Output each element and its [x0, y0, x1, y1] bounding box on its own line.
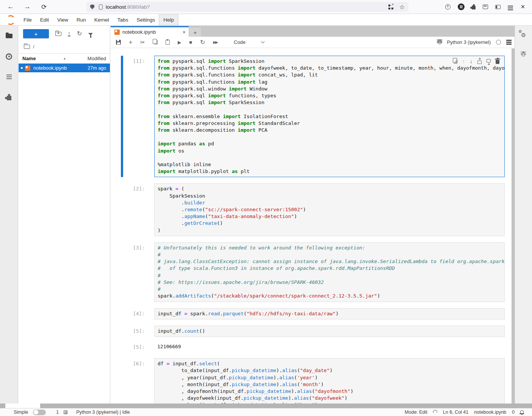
cell-type-dropdown[interactable]: Code	[234, 39, 264, 45]
back-icon[interactable]: ←	[6, 3, 15, 11]
url-bar[interactable]: localhost:8080/lab? ☆	[86, 2, 408, 12]
file-list-header[interactable]: Name ▲ Modified	[19, 53, 110, 64]
menu-edit[interactable]: Edit	[36, 15, 53, 25]
cell-collapser[interactable]	[121, 56, 123, 177]
kernel-status-icon[interactable]	[496, 40, 501, 45]
menu-view[interactable]: View	[53, 15, 72, 25]
duplicate-cell-icon[interactable]	[454, 59, 457, 64]
tracking-shield-icon[interactable]	[90, 5, 94, 9]
bookmark-star-icon[interactable]: ☆	[399, 5, 405, 9]
home-folder-icon[interactable]	[24, 45, 30, 49]
insert-cell-below-icon[interactable]	[487, 59, 491, 62]
cursor-position[interactable]: Ln 6, Col 41	[443, 410, 468, 415]
code-cell[interactable]: [3]:# Unfortunately this is needed to wo…	[121, 242, 505, 302]
move-cell-up-icon[interactable]: ↑	[462, 58, 465, 64]
cell-input-area[interactable]: df = input_df.select( to_date(input_df.p…	[154, 358, 505, 404]
debugger-icon[interactable]	[438, 40, 441, 44]
cell-prompt: [1]:	[133, 56, 154, 177]
cell-collapser[interactable]	[121, 183, 123, 236]
new-folder-icon[interactable]	[55, 32, 61, 36]
code-cell[interactable]: [6]:df = input_df.select( to_date(input_…	[121, 358, 505, 404]
cell-input-area[interactable]: input_df.count()	[154, 326, 505, 337]
reload-icon[interactable]: ⟳	[39, 3, 49, 11]
insert-cell-above-icon[interactable]	[477, 61, 482, 64]
cell-collapser[interactable]	[121, 326, 123, 337]
mode-indicator[interactable]: Mode: Edit	[405, 410, 427, 415]
cell-input-area[interactable]: # Unfortunately this is needed to work a…	[154, 242, 505, 302]
save-icon[interactable]	[116, 40, 121, 45]
output-cell[interactable]: [5]:12106669	[121, 341, 505, 352]
vertical-scrollbar[interactable]	[512, 48, 515, 404]
page-info-icon[interactable]	[99, 5, 103, 9]
menu-run[interactable]: Run	[72, 15, 90, 25]
notebook-cells: [1]:from pyspark.sql import SparkSession…	[111, 56, 512, 404]
forward-icon[interactable]: →	[23, 3, 32, 11]
menu-file[interactable]: File	[19, 15, 36, 25]
notebook-content[interactable]: [1]:from pyspark.sql import SparkSession…	[111, 48, 512, 404]
tab-debugger[interactable]	[515, 45, 532, 64]
interrupt-kernel-icon[interactable]: ■	[189, 39, 192, 45]
breadcrumb[interactable]: /	[33, 44, 34, 50]
cell-collapser[interactable]	[121, 358, 123, 404]
browser-menu-icon[interactable]	[508, 8, 513, 8]
simple-mode-toggle[interactable]	[33, 410, 46, 415]
refresh-icon[interactable]: ↻	[77, 31, 82, 36]
menu-settings[interactable]: Settings	[132, 15, 159, 25]
restart-kernel-icon[interactable]: ↻	[200, 40, 205, 45]
cell-collapser[interactable]	[121, 242, 123, 302]
sidebar-toggle-icon[interactable]	[495, 5, 501, 9]
code-cell[interactable]: [5]:input_df.count()	[121, 326, 505, 337]
kernel-session-count[interactable]: 1	[56, 410, 59, 415]
code-cell[interactable]: [4]:input_df = spark.read.parquet("hdfs:…	[121, 308, 505, 319]
dock-tab-bar: notebook.ipynb × +	[111, 26, 515, 37]
column-name[interactable]: Name	[22, 56, 36, 61]
cell-input-area[interactable]: from pyspark.sql import SparkSessionfrom…	[154, 56, 505, 177]
containers-icon[interactable]	[483, 5, 488, 9]
window-close-icon[interactable]: ✕	[520, 4, 525, 9]
delete-cell-icon[interactable]	[496, 60, 499, 64]
tab-close-icon[interactable]: ×	[183, 29, 186, 35]
bell-icon[interactable]	[520, 410, 524, 413]
menu-kernel[interactable]: Kernel	[90, 15, 113, 25]
pocket-icon[interactable]	[445, 4, 451, 9]
profile-avatar[interactable]: R	[458, 3, 465, 10]
new-tab-button[interactable]: +	[189, 28, 201, 37]
extensions-icon[interactable]	[472, 6, 476, 9]
cell-output-area[interactable]: 12106669	[154, 341, 505, 352]
insert-cell-icon[interactable]: +	[129, 39, 132, 46]
tab-property-inspector[interactable]: ⚙	[515, 26, 532, 45]
cell-prompt: [3]:	[133, 242, 154, 302]
new-launcher-button[interactable]: +	[23, 29, 49, 38]
code-cell[interactable]: [1]:from pyspark.sql import SparkSession…	[121, 56, 505, 177]
toolbar-menu-icon[interactable]	[506, 42, 512, 43]
cell-input-area[interactable]: input_df = spark.read.parquet("hdfs://hd…	[154, 308, 505, 319]
cell-collapser[interactable]	[121, 308, 123, 319]
tab-running-kernels[interactable]	[0, 46, 18, 67]
reader-mode-icon[interactable]	[388, 5, 393, 9]
code-cell[interactable]: [2]:spark = ( SparkSession .builder .rem…	[121, 183, 505, 236]
kernel-status-text[interactable]: Python 3 (ipykernel) | Idle	[76, 410, 130, 415]
tab-extension-manager[interactable]	[0, 87, 18, 108]
tab-table-of-contents[interactable]	[0, 67, 18, 87]
menu-help[interactable]: Help	[159, 15, 178, 25]
upload-icon[interactable]: ↑	[68, 31, 70, 36]
filter-icon[interactable]	[88, 33, 93, 36]
cut-cells-icon[interactable]: ✂	[140, 39, 145, 46]
notebook-tab[interactable]: notebook.ipynb ×	[111, 26, 189, 37]
notification-count[interactable]: 0	[512, 410, 515, 415]
file-row-notebook[interactable]: notebook.ipynb 27m ago	[19, 64, 110, 72]
browser-toolbar: ← → ⟳ localhost:8080/lab? ☆ R ✕	[0, 0, 532, 14]
move-cell-down-icon[interactable]: ↓	[470, 58, 473, 64]
copy-cells-icon[interactable]	[154, 40, 158, 44]
cell-collapser[interactable]	[121, 341, 123, 352]
kernel-chip-icon[interactable]	[64, 410, 67, 414]
menu-tabs[interactable]: Tabs	[113, 15, 133, 25]
paste-cells-icon[interactable]	[166, 40, 170, 45]
kernel-name[interactable]: Python 3 (ipykernel)	[447, 39, 491, 45]
trust-shield-icon[interactable]	[433, 410, 437, 415]
column-modified[interactable]: Modified	[88, 56, 106, 61]
cell-input-area[interactable]: spark = ( SparkSession .builder .remote(…	[154, 183, 505, 236]
run-cell-icon[interactable]: ▶	[178, 40, 181, 45]
tab-file-browser[interactable]	[0, 26, 18, 46]
restart-run-all-icon[interactable]: ▶▶	[213, 40, 217, 44]
